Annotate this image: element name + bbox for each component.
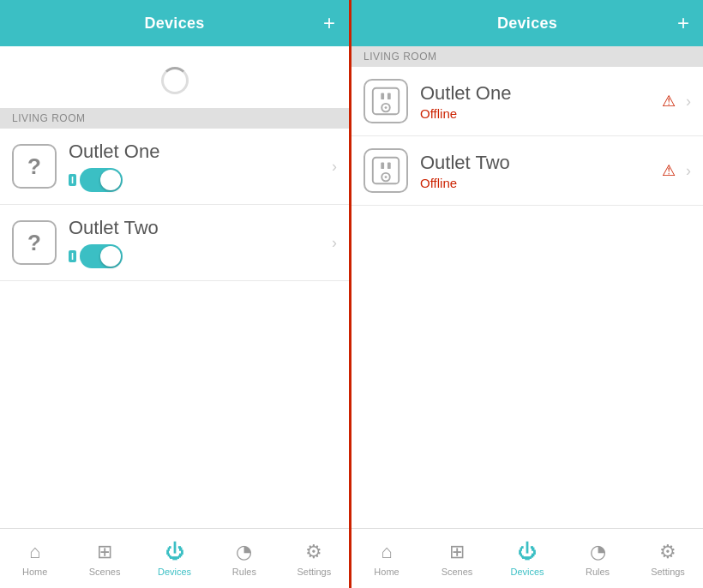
left-device-two-toggle-row: I: [69, 244, 325, 268]
left-nav-scenes[interactable]: ⊞ Scenes: [69, 541, 139, 577]
toggle-container-two: I: [69, 244, 325, 268]
right-device-two-name: Outlet Two: [420, 152, 662, 174]
right-device-one-right: ⚠ ›: [662, 92, 691, 111]
svg-rect-6: [381, 163, 384, 170]
outlet-icon-two: [364, 148, 408, 193]
right-devices-icon: ⏻: [518, 541, 537, 563]
toggle-label-i: I: [69, 174, 76, 186]
right-device-two-right: ⚠ ›: [662, 161, 691, 180]
svg-rect-7: [388, 163, 391, 170]
chevron-right-icon-two: ›: [332, 234, 337, 252]
left-nav-scenes-label: Scenes: [89, 567, 121, 577]
svg-rect-5: [373, 158, 399, 183]
left-device-one-info: Outlet One I: [69, 141, 325, 192]
right-device-two-status: Offline: [420, 176, 662, 190]
svg-rect-2: [388, 93, 391, 100]
left-device-item[interactable]: ? Outlet One I ›: [0, 129, 349, 205]
outlet-icon-one: [364, 79, 408, 123]
right-nav-home[interactable]: ⌂ Home: [352, 541, 422, 577]
right-nav-scenes-label: Scenes: [442, 567, 473, 577]
svg-point-9: [385, 176, 388, 178]
left-nav-home-label: Home: [22, 567, 47, 577]
left-nav-rules-label: Rules: [232, 567, 256, 577]
right-device-item-one[interactable]: Outlet One Offline ⚠ ›: [352, 67, 703, 136]
outlet-two-toggle[interactable]: [80, 244, 123, 268]
svg-rect-0: [373, 88, 399, 114]
toggle-knob-two: [100, 246, 121, 267]
right-device-list: Outlet One Offline ⚠ › Outlet Two: [352, 67, 703, 528]
home-icon: ⌂: [29, 541, 40, 563]
spinner-icon: [161, 67, 189, 94]
left-nav-devices-label: Devices: [158, 567, 191, 577]
right-rules-icon: ◔: [590, 541, 606, 563]
left-nav-settings[interactable]: ⚙ Settings: [279, 541, 349, 577]
chevron-right-icon: ›: [332, 158, 337, 176]
right-nav-rules[interactable]: ◔ Rules: [562, 541, 633, 577]
left-add-button[interactable]: +: [323, 13, 335, 33]
left-device-one-toggle-row: I: [69, 168, 325, 192]
rules-icon: ◔: [236, 541, 252, 563]
left-device-one-right: ›: [325, 158, 337, 176]
left-nav-rules[interactable]: ◔ Rules: [209, 541, 279, 577]
right-home-icon: ⌂: [381, 541, 392, 563]
left-nav-home[interactable]: ⌂ Home: [0, 541, 69, 577]
left-device-two-info: Outlet Two I: [69, 217, 325, 268]
loading-indicator: [0, 46, 349, 108]
svg-point-4: [385, 106, 388, 109]
svg-rect-1: [381, 93, 384, 100]
devices-icon: ⏻: [165, 541, 184, 563]
right-device-one-info: Outlet One Offline: [420, 82, 662, 121]
right-settings-icon: ⚙: [659, 541, 676, 563]
right-nav-scenes[interactable]: ⊞ Scenes: [422, 541, 492, 577]
right-nav-home-label: Home: [374, 567, 399, 577]
left-section-header: LIVING ROOM: [0, 108, 349, 129]
left-header: Devices +: [0, 0, 349, 46]
left-device-two-name: Outlet Two: [69, 217, 325, 239]
chevron-right-icon-r1: ›: [686, 93, 691, 111]
right-nav-devices-label: Devices: [510, 567, 544, 577]
right-section-header: LIVING ROOM: [352, 46, 703, 67]
question-icon: ?: [12, 144, 57, 189]
left-footer-nav: ⌂ Home ⊞ Scenes ⏻ Devices ◔ Rules ⚙ Sett…: [0, 528, 349, 588]
right-device-one-name: Outlet One: [420, 82, 662, 105]
left-device-item-two[interactable]: ? Outlet Two I ›: [0, 205, 349, 281]
right-add-button[interactable]: +: [677, 13, 689, 33]
right-panel: Devices + LIVING ROOM Outlet One Offline…: [352, 0, 703, 588]
outlet-one-toggle[interactable]: [80, 168, 123, 192]
toggle-knob: [100, 170, 121, 190]
right-footer-nav: ⌂ Home ⊞ Scenes ⏻ Devices ◔ Rules ⚙ Sett…: [352, 528, 703, 588]
toggle-container: I: [69, 168, 325, 192]
left-device-two-right: ›: [325, 234, 337, 252]
right-header: Devices +: [352, 0, 703, 46]
right-nav-rules-label: Rules: [586, 567, 610, 577]
chevron-right-icon-r2: ›: [686, 162, 691, 180]
left-device-one-name: Outlet One: [69, 141, 325, 163]
right-scenes-icon: ⊞: [449, 541, 465, 563]
left-nav-settings-label: Settings: [297, 567, 331, 577]
alert-triangle-icon-two: ⚠: [662, 161, 676, 180]
right-nav-devices[interactable]: ⏻ Devices: [492, 541, 562, 577]
right-header-title: Devices: [497, 15, 557, 33]
left-panel: Devices + LIVING ROOM ? Outlet One I: [0, 0, 352, 588]
left-nav-devices[interactable]: ⏻ Devices: [140, 541, 209, 577]
alert-triangle-icon: ⚠: [662, 92, 676, 111]
right-device-two-info: Outlet Two Offline: [420, 152, 662, 190]
left-device-list: ? Outlet One I › ? Outlet: [0, 129, 349, 528]
right-device-one-status: Offline: [420, 106, 662, 121]
settings-icon: ⚙: [305, 541, 322, 563]
question-icon-two: ?: [12, 220, 57, 265]
right-nav-settings[interactable]: ⚙ Settings: [633, 541, 703, 577]
scenes-icon: ⊞: [97, 541, 112, 563]
left-header-title: Devices: [144, 15, 204, 33]
right-device-item-two[interactable]: Outlet Two Offline ⚠ ›: [352, 136, 703, 206]
right-nav-settings-label: Settings: [651, 567, 685, 577]
toggle-label-i-two: I: [69, 250, 76, 262]
